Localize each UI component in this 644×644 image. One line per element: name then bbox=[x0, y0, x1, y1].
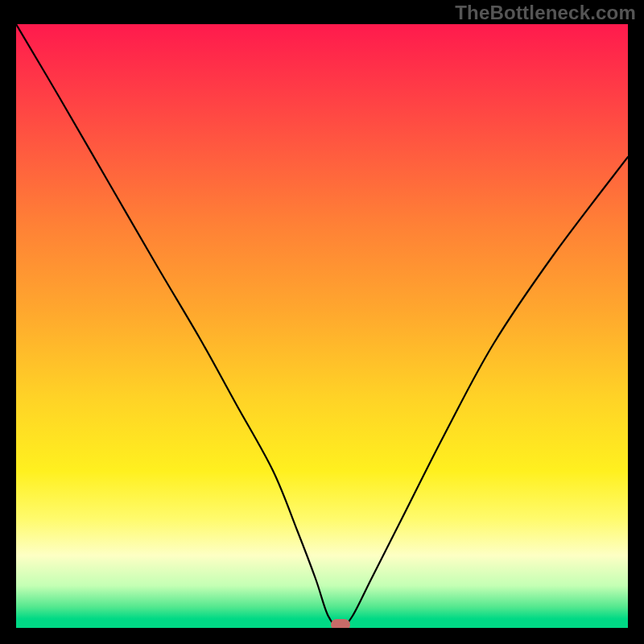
bottleneck-curve bbox=[16, 24, 628, 628]
minimum-marker bbox=[331, 619, 350, 628]
plot-area bbox=[16, 24, 628, 628]
watermark-text: TheBottleneck.com bbox=[455, 2, 636, 24]
chart-frame: TheBottleneck.com bbox=[0, 0, 644, 644]
